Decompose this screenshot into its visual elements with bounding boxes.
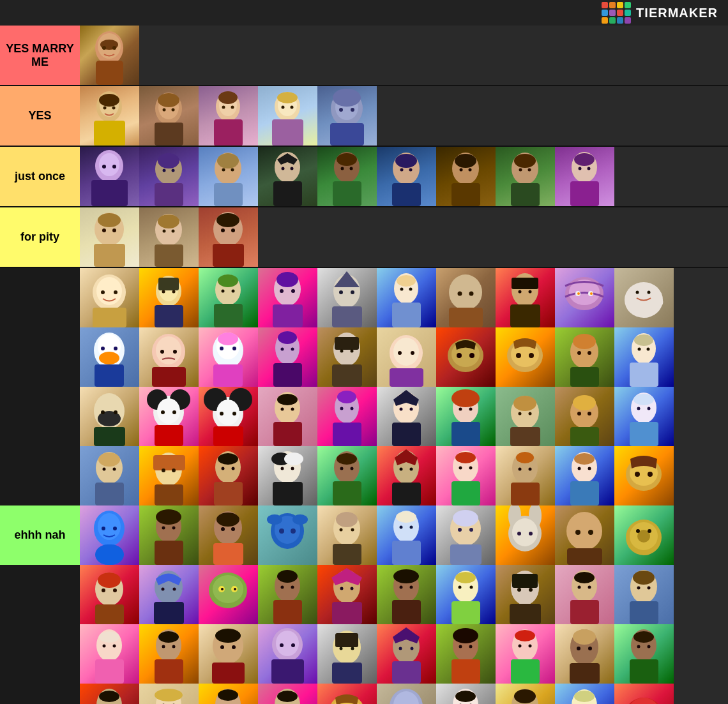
char-scrooge-mc: [139, 268, 199, 327]
svg-rect-417: [332, 663, 362, 684]
char-simba: [496, 327, 555, 387]
char-kaa: [199, 565, 258, 624]
svg-rect-269: [333, 481, 361, 506]
svg-point-163: [278, 331, 297, 344]
svg-point-187: [577, 351, 581, 355]
char-gaston3: [199, 624, 258, 684]
svg-point-79: [588, 167, 591, 170]
svg-point-170: [351, 350, 354, 353]
svg-rect-121: [392, 303, 421, 327]
svg-point-286: [529, 468, 532, 471]
tier-label-yes: YES: [0, 86, 80, 146]
char-tiger-lily3: [199, 684, 258, 704]
svg-point-270: [337, 453, 357, 465]
svg-point-284: [516, 452, 534, 463]
svg-point-349: [98, 573, 121, 588]
logo-text: TiERMAKER: [636, 6, 718, 20]
svg-rect-318: [333, 544, 361, 565]
svg-point-434: [529, 645, 532, 648]
logo-cell: [625, 2, 631, 8]
svg-rect-130: [510, 304, 540, 327]
char-aladdin-nah: [496, 446, 555, 506]
char-goofy: [80, 387, 139, 446]
svg-point-400: [113, 645, 116, 648]
svg-point-48: [217, 153, 239, 169]
char-elsa: [614, 387, 674, 446]
svg-point-279: [455, 452, 476, 463]
svg-point-345: [636, 529, 640, 533]
svg-rect-76: [570, 181, 599, 206]
svg-point-139: [590, 292, 593, 295]
svg-point-320: [340, 528, 343, 532]
char-genie-nah: [80, 506, 139, 565]
svg-point-457: [218, 689, 238, 701]
svg-point-414: [280, 643, 284, 647]
svg-rect-38: [91, 180, 128, 206]
svg-point-87: [158, 214, 179, 228]
svg-point-476: [455, 691, 476, 702]
svg-point-148: [101, 347, 105, 350]
svg-point-346: [648, 529, 651, 533]
char-madam-mim: [258, 268, 317, 327]
svg-point-429: [469, 645, 473, 648]
char-capt-jack: [496, 268, 555, 327]
svg-point-419: [340, 647, 343, 650]
char-moana-nah: [139, 506, 199, 565]
svg-point-216: [281, 408, 284, 411]
svg-point-115: [291, 289, 295, 293]
char-lilo: [199, 506, 258, 565]
svg-point-420: [351, 647, 354, 650]
logo: TiERMAKER: [602, 2, 718, 24]
char-minnie: [139, 387, 199, 446]
svg-point-78: [579, 167, 582, 170]
svg-rect-71: [511, 183, 540, 206]
svg-point-50: [231, 169, 234, 172]
svg-rect-431: [511, 659, 540, 684]
svg-point-119: [351, 290, 354, 294]
svg-rect-413: [271, 659, 304, 684]
svg-rect-426: [451, 659, 480, 684]
char-merida-nah: [436, 387, 496, 446]
svg-rect-372: [392, 600, 421, 624]
char-maleficent: [258, 147, 317, 206]
logo-grid: [602, 2, 631, 24]
char-snow-white: [436, 684, 496, 704]
svg-point-260: [222, 467, 225, 470]
svg-point-433: [519, 645, 522, 648]
svg-point-110: [232, 290, 235, 293]
tier-content-for-pity: [80, 207, 728, 267]
svg-point-442: [633, 631, 654, 643]
svg-point-324: [396, 511, 416, 523]
svg-point-53: [282, 167, 285, 170]
tier-list: YES MARRY ME YES: [0, 26, 728, 704]
svg-point-147: [99, 352, 119, 364]
svg-rect-263: [273, 482, 303, 506]
svg-point-341: [588, 530, 593, 535]
char-tiana4: [614, 624, 674, 684]
char-belle: [80, 86, 139, 146]
svg-point-289: [574, 453, 595, 465]
char-flynn-rider: [80, 26, 139, 85]
svg-point-73: [519, 169, 522, 172]
svg-point-154: [173, 350, 177, 354]
svg-point-285: [519, 468, 522, 471]
svg-rect-422: [392, 661, 421, 684]
svg-point-390: [588, 586, 591, 589]
char-ariel-nah: [436, 446, 496, 506]
svg-point-63: [400, 169, 404, 172]
svg-point-192: [638, 348, 641, 351]
svg-rect-8: [94, 121, 125, 146]
svg-point-316: [291, 528, 296, 534]
svg-rect-353: [154, 602, 184, 624]
svg-point-45: [172, 169, 175, 172]
svg-point-212: [232, 412, 236, 416]
svg-point-423: [399, 647, 402, 650]
char-ursula4: [258, 624, 317, 684]
svg-point-380: [470, 586, 473, 589]
svg-point-251: [113, 468, 116, 471]
svg-point-321: [351, 528, 354, 532]
svg-point-481: [514, 689, 536, 703]
svg-point-337: [529, 532, 533, 535]
svg-point-250: [103, 468, 106, 471]
svg-point-338: [566, 512, 602, 550]
